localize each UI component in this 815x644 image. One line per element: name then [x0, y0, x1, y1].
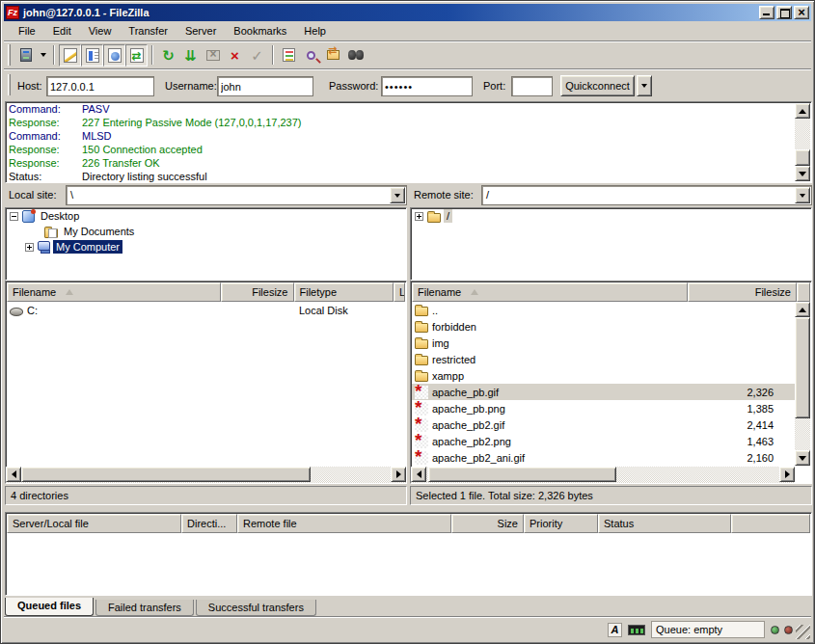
menu-server[interactable]: Server: [177, 23, 225, 39]
file-row[interactable]: forbidden: [412, 318, 795, 335]
minimize-button[interactable]: [759, 6, 774, 19]
close-button[interactable]: [794, 6, 809, 19]
tree-item-desktop[interactable]: Desktop: [6, 208, 406, 224]
file-row-c-drive[interactable]: C: Local Disk: [7, 302, 405, 318]
scroll-thumb[interactable]: [795, 149, 810, 166]
local-list-body[interactable]: C: Local Disk: [7, 302, 405, 466]
cancel-operation-button[interactable]: [202, 44, 224, 67]
scroll-thumb[interactable]: [21, 467, 311, 482]
scroll-down-button[interactable]: [795, 166, 810, 181]
tree-item-label[interactable]: My Computer: [53, 240, 122, 254]
tree-item-label[interactable]: /: [444, 209, 452, 223]
remote-list-body[interactable]: .. forbidden img restricted xampp apache…: [412, 302, 795, 466]
file-row[interactable]: ..: [412, 302, 795, 318]
username-input[interactable]: [217, 76, 313, 96]
site-manager-button[interactable]: [14, 44, 37, 67]
refresh-button[interactable]: ↻: [157, 44, 179, 67]
scroll-up-button[interactable]: [795, 103, 810, 119]
menu-file[interactable]: File: [10, 23, 44, 39]
toolbar-grip[interactable]: [8, 44, 11, 66]
tree-item-label[interactable]: My Documents: [61, 225, 137, 238]
tab-failed-transfers[interactable]: Failed transfers: [95, 600, 194, 616]
scroll-thumb[interactable]: [795, 317, 810, 418]
quickconnect-button[interactable]: Quickconnect: [560, 75, 635, 96]
column-header-priority[interactable]: Priority: [524, 514, 598, 533]
menu-view[interactable]: View: [80, 23, 121, 39]
collapse-icon[interactable]: [10, 212, 18, 221]
scroll-right-button[interactable]: [779, 467, 795, 482]
menu-transfer[interactable]: Transfer: [120, 23, 177, 39]
scroll-down-button[interactable]: [795, 450, 810, 466]
local-site-combobox[interactable]: \: [66, 185, 407, 205]
disconnect-button[interactable]: ×: [224, 44, 246, 67]
toggle-remote-tree-button[interactable]: [103, 44, 125, 67]
tree-item-label[interactable]: Desktop: [38, 209, 82, 223]
site-manager-dropdown-button[interactable]: [37, 44, 49, 67]
remote-site-dropdown-button[interactable]: [795, 187, 810, 203]
remote-hscrollbar[interactable]: [411, 467, 795, 483]
directory-filters-button[interactable]: [278, 44, 300, 67]
file-row-selected[interactable]: apache_pb.gif2,326: [412, 384, 795, 400]
quickconnect-grip[interactable]: [8, 74, 11, 95]
scroll-left-button[interactable]: [411, 467, 426, 482]
reconnect-button[interactable]: ✓: [246, 44, 268, 67]
resize-grip[interactable]: [796, 625, 810, 639]
tree-item-my-documents[interactable]: My Documents: [6, 224, 406, 239]
tree-item-my-computer[interactable]: My Computer: [6, 239, 406, 255]
remote-tree[interactable]: /: [410, 207, 812, 281]
remote-vscrollbar[interactable]: [795, 302, 810, 466]
title-bar[interactable]: Fz john@127.0.0.1 - FileZilla: [4, 4, 811, 21]
file-row[interactable]: apache_pb2.gif2,414: [412, 416, 795, 433]
synchronized-browsing-button[interactable]: [344, 44, 367, 67]
toggle-message-log-button[interactable]: [59, 44, 81, 67]
column-header-server-local-file[interactable]: Server/Local file: [7, 514, 181, 533]
expand-icon[interactable]: [25, 243, 34, 252]
column-header-remote-file[interactable]: Remote file: [237, 514, 451, 533]
scroll-left-button[interactable]: [6, 467, 21, 482]
host-input[interactable]: [46, 76, 154, 96]
scroll-up-button[interactable]: [795, 302, 810, 317]
datatype-indicator-icon[interactable]: A: [608, 623, 622, 637]
maximize-button[interactable]: [776, 6, 792, 19]
file-row[interactable]: restricted: [412, 351, 795, 367]
file-row[interactable]: apache_pb2_ani.gif2,160: [412, 449, 795, 466]
remote-site-combobox[interactable]: /: [481, 185, 812, 205]
file-search-button[interactable]: [300, 44, 322, 67]
scroll-thumb[interactable]: [428, 467, 616, 482]
column-header-status[interactable]: Status: [598, 514, 731, 533]
column-header-filesize[interactable]: Filesize: [221, 282, 294, 302]
directory-comparison-button[interactable]: [322, 44, 344, 67]
local-tree[interactable]: Desktop My Documents My Computer: [5, 207, 407, 281]
menu-edit[interactable]: Edit: [44, 23, 80, 39]
quickconnect-dropdown-button[interactable]: [637, 75, 652, 96]
local-hscrollbar[interactable]: [6, 467, 406, 483]
tree-item-root[interactable]: /: [411, 208, 811, 224]
toggle-local-tree-button[interactable]: [81, 44, 103, 67]
local-site-dropdown-button[interactable]: [390, 187, 405, 203]
scroll-right-button[interactable]: [391, 467, 406, 482]
tab-queued-files[interactable]: Queued files: [5, 598, 94, 616]
tab-successful-transfers[interactable]: Successful transfers: [196, 600, 316, 616]
expand-icon[interactable]: [415, 212, 423, 221]
column-header-filesize[interactable]: Filesize: [688, 282, 797, 302]
column-header-direction[interactable]: Directi...: [181, 514, 237, 533]
column-header-size[interactable]: Size: [451, 514, 524, 533]
file-row[interactable]: apache_pb.png1,385: [412, 400, 795, 416]
file-row[interactable]: xampp: [412, 367, 795, 384]
toggle-transfer-queue-button[interactable]: [125, 44, 148, 67]
message-log[interactable]: Command:PASV Response:227 Entering Passi…: [5, 101, 812, 183]
log-scrollbar[interactable]: [795, 103, 810, 181]
file-row[interactable]: img: [412, 335, 795, 351]
column-header-lastmodified[interactable]: L: [394, 282, 405, 302]
port-input[interactable]: [511, 76, 553, 96]
file-row[interactable]: apache_pb2.png1,463: [412, 433, 795, 449]
column-header-filetype[interactable]: Filetype: [294, 282, 394, 302]
menu-help[interactable]: Help: [295, 23, 335, 39]
column-header-filename[interactable]: Filename: [7, 282, 221, 302]
column-header-filename[interactable]: Filename: [412, 282, 688, 302]
password-input[interactable]: [381, 76, 473, 96]
queue-body[interactable]: [7, 533, 810, 594]
speedlimit-indicator-icon[interactable]: [628, 625, 645, 635]
process-queue-button[interactable]: ⇊: [179, 44, 202, 67]
menu-bookmarks[interactable]: Bookmarks: [225, 23, 295, 39]
